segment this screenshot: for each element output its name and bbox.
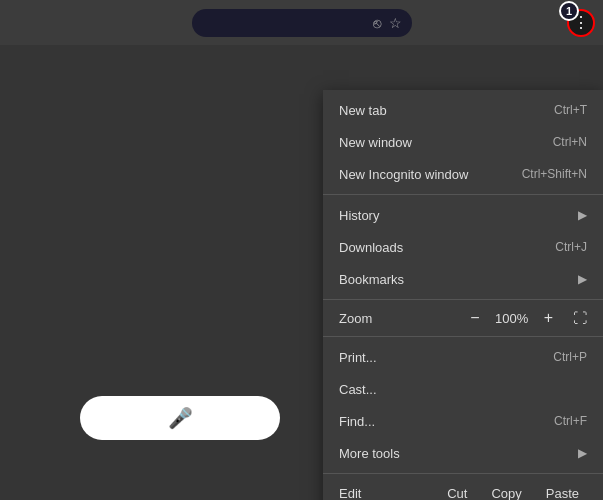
menu-item-more-tools[interactable]: More tools ▶ — [323, 437, 603, 469]
divider-2 — [323, 299, 603, 300]
context-menu: New tab Ctrl+T New window Ctrl+N New Inc… — [323, 90, 603, 500]
menu-item-find[interactable]: Find... Ctrl+F — [323, 405, 603, 437]
cut-button[interactable]: Cut — [439, 484, 475, 500]
menu-item-downloads[interactable]: Downloads Ctrl+J — [323, 231, 603, 263]
menu-item-edit: Edit Cut Copy Paste — [323, 478, 603, 500]
browser-content: 🎤 New tab Ctrl+T New window Ctrl+N New I… — [0, 45, 603, 500]
badge-1: 1 — [559, 1, 579, 21]
copy-button[interactable]: Copy — [483, 484, 529, 500]
zoom-controls: − 100% + ⛶ — [466, 310, 587, 326]
divider-4 — [323, 473, 603, 474]
menu-item-bookmarks[interactable]: Bookmarks ▶ — [323, 263, 603, 295]
menu-item-incognito[interactable]: New Incognito window Ctrl+Shift+N — [323, 158, 603, 190]
address-bar: ⎋ ☆ — [192, 9, 412, 37]
bookmark-icon: ☆ — [389, 15, 402, 31]
menu-item-zoom: Zoom − 100% + ⛶ — [323, 304, 603, 332]
search-bar[interactable]: 🎤 — [80, 396, 280, 440]
menu-item-history[interactable]: History ▶ — [323, 199, 603, 231]
browser-toolbar: ⎋ ☆ ⋮ 1 — [0, 0, 603, 45]
divider-1 — [323, 194, 603, 195]
divider-3 — [323, 336, 603, 337]
menu-item-cast[interactable]: Cast... — [323, 373, 603, 405]
edit-actions: Cut Copy Paste — [439, 484, 587, 500]
menu-item-new-window[interactable]: New window Ctrl+N — [323, 126, 603, 158]
microphone-icon: 🎤 — [168, 406, 193, 430]
zoom-in-button[interactable]: + — [540, 310, 557, 326]
paste-button[interactable]: Paste — [538, 484, 587, 500]
zoom-out-button[interactable]: − — [466, 310, 483, 326]
menu-item-new-tab[interactable]: New tab Ctrl+T — [323, 94, 603, 126]
menu-item-print[interactable]: Print... Ctrl+P — [323, 341, 603, 373]
share-icon: ⎋ — [373, 15, 381, 31]
fullscreen-icon[interactable]: ⛶ — [573, 310, 587, 326]
zoom-value: 100% — [494, 311, 530, 326]
